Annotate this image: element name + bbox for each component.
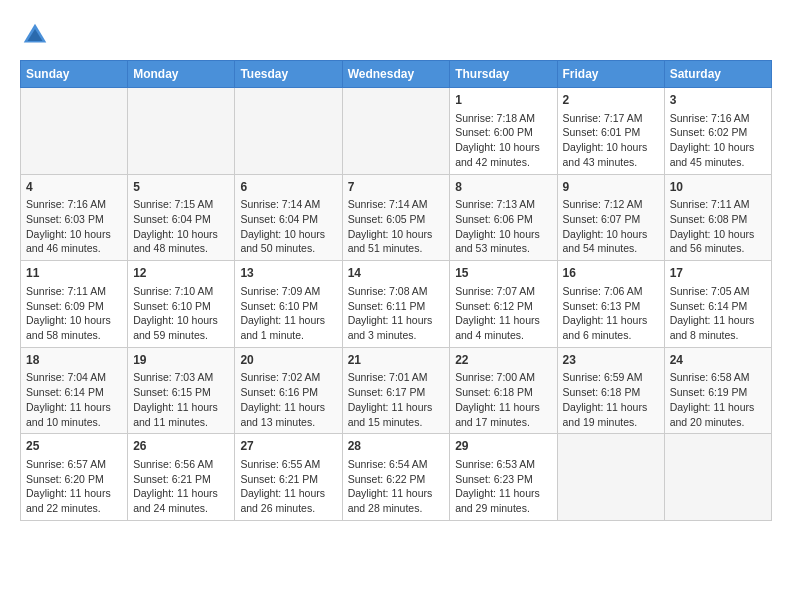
daylight: Daylight: 10 hours and 48 minutes.	[133, 228, 218, 255]
calendar-week-1: 1Sunrise: 7:18 AMSunset: 6:00 PMDaylight…	[21, 88, 772, 175]
sunset: Sunset: 6:13 PM	[563, 300, 641, 312]
sunset: Sunset: 6:04 PM	[240, 213, 318, 225]
daylight: Daylight: 11 hours and 29 minutes.	[455, 487, 540, 514]
sunrise: Sunrise: 7:03 AM	[133, 371, 213, 383]
calendar-cell: 17Sunrise: 7:05 AMSunset: 6:14 PMDayligh…	[664, 261, 771, 348]
calendar-cell: 1Sunrise: 7:18 AMSunset: 6:00 PMDaylight…	[450, 88, 557, 175]
calendar-cell: 25Sunrise: 6:57 AMSunset: 6:20 PMDayligh…	[21, 434, 128, 521]
calendar-cell: 4Sunrise: 7:16 AMSunset: 6:03 PMDaylight…	[21, 174, 128, 261]
day-number: 24	[670, 352, 766, 369]
sunset: Sunset: 6:10 PM	[240, 300, 318, 312]
daylight: Daylight: 11 hours and 28 minutes.	[348, 487, 433, 514]
sunrise: Sunrise: 7:01 AM	[348, 371, 428, 383]
sunset: Sunset: 6:20 PM	[26, 473, 104, 485]
sunrise: Sunrise: 6:59 AM	[563, 371, 643, 383]
sunrise: Sunrise: 7:11 AM	[670, 198, 750, 210]
calendar-cell: 21Sunrise: 7:01 AMSunset: 6:17 PMDayligh…	[342, 347, 450, 434]
sunrise: Sunrise: 7:02 AM	[240, 371, 320, 383]
sunrise: Sunrise: 7:09 AM	[240, 285, 320, 297]
sunset: Sunset: 6:12 PM	[455, 300, 533, 312]
day-number: 21	[348, 352, 445, 369]
daylight: Daylight: 11 hours and 13 minutes.	[240, 401, 325, 428]
calendar-cell: 14Sunrise: 7:08 AMSunset: 6:11 PMDayligh…	[342, 261, 450, 348]
calendar-cell: 3Sunrise: 7:16 AMSunset: 6:02 PMDaylight…	[664, 88, 771, 175]
sunrise: Sunrise: 7:15 AM	[133, 198, 213, 210]
calendar-cell: 27Sunrise: 6:55 AMSunset: 6:21 PMDayligh…	[235, 434, 342, 521]
daylight: Daylight: 11 hours and 1 minute.	[240, 314, 325, 341]
sunrise: Sunrise: 7:06 AM	[563, 285, 643, 297]
calendar-cell: 24Sunrise: 6:58 AMSunset: 6:19 PMDayligh…	[664, 347, 771, 434]
daylight: Daylight: 10 hours and 54 minutes.	[563, 228, 648, 255]
daylight: Daylight: 10 hours and 56 minutes.	[670, 228, 755, 255]
daylight: Daylight: 11 hours and 17 minutes.	[455, 401, 540, 428]
sunset: Sunset: 6:04 PM	[133, 213, 211, 225]
daylight: Daylight: 10 hours and 42 minutes.	[455, 141, 540, 168]
calendar-cell: 13Sunrise: 7:09 AMSunset: 6:10 PMDayligh…	[235, 261, 342, 348]
sunset: Sunset: 6:21 PM	[240, 473, 318, 485]
calendar-cell: 19Sunrise: 7:03 AMSunset: 6:15 PMDayligh…	[128, 347, 235, 434]
column-header-thursday: Thursday	[450, 61, 557, 88]
sunset: Sunset: 6:23 PM	[455, 473, 533, 485]
day-number: 16	[563, 265, 659, 282]
sunrise: Sunrise: 7:16 AM	[26, 198, 106, 210]
calendar-week-2: 4Sunrise: 7:16 AMSunset: 6:03 PMDaylight…	[21, 174, 772, 261]
daylight: Daylight: 10 hours and 51 minutes.	[348, 228, 433, 255]
calendar-cell: 15Sunrise: 7:07 AMSunset: 6:12 PMDayligh…	[450, 261, 557, 348]
daylight: Daylight: 11 hours and 6 minutes.	[563, 314, 648, 341]
daylight: Daylight: 11 hours and 4 minutes.	[455, 314, 540, 341]
daylight: Daylight: 11 hours and 22 minutes.	[26, 487, 111, 514]
sunrise: Sunrise: 7:07 AM	[455, 285, 535, 297]
day-number: 2	[563, 92, 659, 109]
daylight: Daylight: 10 hours and 53 minutes.	[455, 228, 540, 255]
calendar-week-4: 18Sunrise: 7:04 AMSunset: 6:14 PMDayligh…	[21, 347, 772, 434]
sunset: Sunset: 6:03 PM	[26, 213, 104, 225]
day-number: 15	[455, 265, 551, 282]
calendar-cell: 28Sunrise: 6:54 AMSunset: 6:22 PMDayligh…	[342, 434, 450, 521]
calendar-cell: 9Sunrise: 7:12 AMSunset: 6:07 PMDaylight…	[557, 174, 664, 261]
day-number: 14	[348, 265, 445, 282]
sunset: Sunset: 6:19 PM	[670, 386, 748, 398]
calendar-cell: 29Sunrise: 6:53 AMSunset: 6:23 PMDayligh…	[450, 434, 557, 521]
sunset: Sunset: 6:21 PM	[133, 473, 211, 485]
calendar-week-3: 11Sunrise: 7:11 AMSunset: 6:09 PMDayligh…	[21, 261, 772, 348]
sunrise: Sunrise: 7:00 AM	[455, 371, 535, 383]
calendar-cell: 18Sunrise: 7:04 AMSunset: 6:14 PMDayligh…	[21, 347, 128, 434]
day-number: 17	[670, 265, 766, 282]
day-number: 12	[133, 265, 229, 282]
day-number: 1	[455, 92, 551, 109]
sunrise: Sunrise: 7:16 AM	[670, 112, 750, 124]
sunset: Sunset: 6:02 PM	[670, 126, 748, 138]
day-number: 4	[26, 179, 122, 196]
column-header-sunday: Sunday	[21, 61, 128, 88]
sunrise: Sunrise: 7:04 AM	[26, 371, 106, 383]
calendar-cell: 20Sunrise: 7:02 AMSunset: 6:16 PMDayligh…	[235, 347, 342, 434]
column-header-friday: Friday	[557, 61, 664, 88]
calendar-cell: 6Sunrise: 7:14 AMSunset: 6:04 PMDaylight…	[235, 174, 342, 261]
sunrise: Sunrise: 6:55 AM	[240, 458, 320, 470]
daylight: Daylight: 10 hours and 45 minutes.	[670, 141, 755, 168]
sunset: Sunset: 6:00 PM	[455, 126, 533, 138]
sunset: Sunset: 6:11 PM	[348, 300, 426, 312]
daylight: Daylight: 11 hours and 3 minutes.	[348, 314, 433, 341]
sunset: Sunset: 6:18 PM	[455, 386, 533, 398]
sunset: Sunset: 6:06 PM	[455, 213, 533, 225]
daylight: Daylight: 11 hours and 26 minutes.	[240, 487, 325, 514]
sunset: Sunset: 6:14 PM	[26, 386, 104, 398]
day-number: 25	[26, 438, 122, 455]
calendar-cell: 7Sunrise: 7:14 AMSunset: 6:05 PMDaylight…	[342, 174, 450, 261]
daylight: Daylight: 10 hours and 50 minutes.	[240, 228, 325, 255]
calendar-table: SundayMondayTuesdayWednesdayThursdayFrid…	[20, 60, 772, 521]
page-header	[20, 20, 772, 50]
sunrise: Sunrise: 7:14 AM	[240, 198, 320, 210]
calendar-cell	[342, 88, 450, 175]
day-number: 20	[240, 352, 336, 369]
day-number: 9	[563, 179, 659, 196]
sunset: Sunset: 6:07 PM	[563, 213, 641, 225]
daylight: Daylight: 11 hours and 8 minutes.	[670, 314, 755, 341]
sunset: Sunset: 6:05 PM	[348, 213, 426, 225]
calendar-cell: 16Sunrise: 7:06 AMSunset: 6:13 PMDayligh…	[557, 261, 664, 348]
daylight: Daylight: 11 hours and 24 minutes.	[133, 487, 218, 514]
calendar-cell	[128, 88, 235, 175]
day-number: 5	[133, 179, 229, 196]
daylight: Daylight: 11 hours and 20 minutes.	[670, 401, 755, 428]
